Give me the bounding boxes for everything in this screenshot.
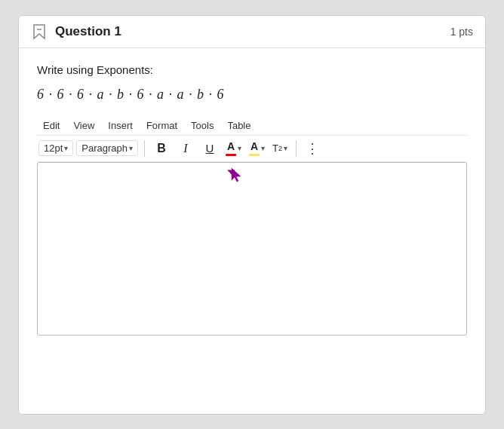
editor-area[interactable]	[37, 162, 467, 336]
highlight-chevron-icon: ▾	[261, 144, 265, 152]
question-card: Question 1 1 pts Write using Exponents: …	[18, 15, 486, 415]
font-color-indicator	[226, 154, 236, 156]
separator-2	[296, 140, 297, 157]
bookmark-icon	[31, 23, 48, 40]
italic-label: I	[183, 142, 187, 155]
menu-format[interactable]: Format	[140, 118, 183, 133]
superscript-chevron-icon: ▾	[284, 144, 287, 152]
question-header-left: Question 1	[31, 23, 121, 40]
menu-edit[interactable]: Edit	[37, 118, 66, 133]
bold-button[interactable]: B	[151, 139, 172, 158]
more-options-label: ⋮	[306, 141, 319, 156]
menu-view[interactable]: View	[67, 118, 100, 133]
menu-insert[interactable]: Insert	[102, 118, 139, 133]
question-title: Question 1	[55, 24, 121, 39]
underline-label: U	[206, 142, 214, 155]
font-color-chevron-icon: ▾	[238, 144, 241, 152]
superscript-button[interactable]: T2 ▾	[270, 141, 290, 155]
font-size-chevron-icon: ▾	[64, 144, 68, 152]
separator-1	[144, 140, 145, 157]
question-body: Write using Exponents: 6 · 6 · 6 · a · b…	[19, 48, 485, 336]
math-expression: 6 · 6 · 6 · a · b · 6 · a · a · b · 6	[37, 87, 467, 103]
highlight-color-indicator	[249, 154, 260, 156]
underline-button[interactable]: U	[199, 139, 220, 158]
menu-table[interactable]: Table	[221, 118, 257, 133]
highlight-button[interactable]: A ▾	[247, 139, 267, 158]
question-header: Question 1 1 pts	[19, 16, 485, 48]
font-size-dropdown[interactable]: 12pt ▾	[38, 140, 73, 156]
prompt-text: Write using Exponents:	[37, 63, 467, 76]
paragraph-chevron-icon: ▾	[129, 144, 133, 152]
font-color-label: A	[227, 140, 235, 152]
highlight-label: A	[250, 140, 258, 152]
font-size-label: 12pt	[44, 142, 63, 154]
more-options-button[interactable]: ⋮	[303, 139, 322, 158]
font-color-button[interactable]: A ▾	[223, 139, 244, 158]
italic-button[interactable]: I	[175, 139, 196, 158]
question-pts: 1 pts	[450, 26, 473, 38]
svg-marker-2	[232, 168, 241, 182]
bold-label: B	[157, 142, 166, 155]
superscript-label: T2	[272, 142, 282, 154]
toolbar-row: 12pt ▾ Paragraph ▾ B I U	[37, 135, 467, 162]
paragraph-dropdown[interactable]: Paragraph ▾	[76, 140, 138, 156]
menu-bar: Edit View Insert Format Tools Table	[37, 118, 467, 133]
svg-marker-0	[34, 25, 45, 38]
menu-tools[interactable]: Tools	[185, 118, 220, 133]
paragraph-label: Paragraph	[81, 142, 128, 154]
